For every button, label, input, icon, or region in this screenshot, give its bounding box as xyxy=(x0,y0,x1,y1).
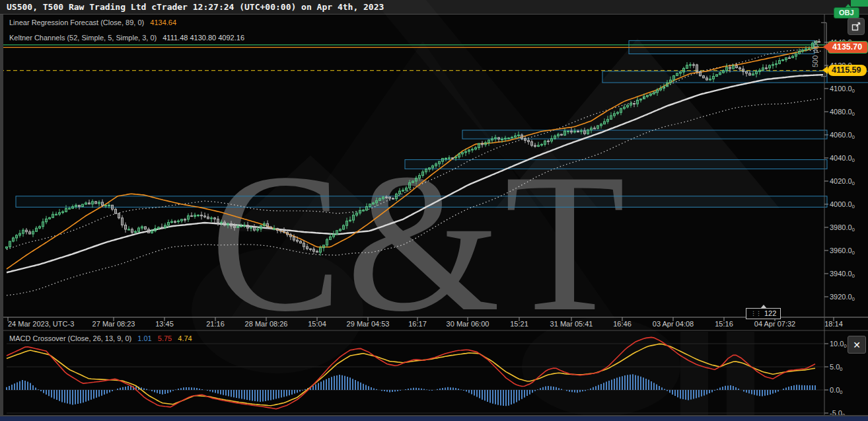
macd-label: MACD Crossover (Close, 26, 13, 9, 0) xyxy=(9,334,131,342)
axis-tick-label: 4100.00 xyxy=(830,85,855,95)
macd-line-value: 4.74 xyxy=(178,334,192,342)
pointer-up-icon xyxy=(760,305,767,309)
tag-arrow-icon xyxy=(822,66,828,74)
snapshot-button[interactable] xyxy=(848,18,865,35)
time-tick-label: 15:04 xyxy=(308,320,326,328)
axis-tick-label: 3920.00 xyxy=(830,293,855,303)
target-price-value: 4115.59 xyxy=(832,65,861,75)
macd-close-button[interactable]: ✕ xyxy=(848,336,866,354)
time-tick-label: 16:46 xyxy=(613,320,632,328)
time-tick-label: 28 Mar 08:26 xyxy=(245,320,288,328)
macd-signal-value: 5.75 xyxy=(158,334,172,342)
macd-histogram-value: 1.01 xyxy=(137,334,151,342)
indicator-header-keltner[interactable]: Keltner Channels (52, Simple, 5, Simple,… xyxy=(9,34,244,42)
indicator-header-lrf[interactable]: Linear Regression Forecast (Close, 89, 0… xyxy=(9,19,176,26)
axis-tick-label: 3960.00 xyxy=(830,247,855,257)
axis-tick-label: 4060.00 xyxy=(830,131,855,141)
ctrader-window: US500, T500 Raw Trading Ltd cTrader 12:2… xyxy=(0,0,868,421)
drag-handle-icon: ⋮⋮ xyxy=(750,309,761,319)
status-strip xyxy=(0,416,868,421)
keltner-values: 4111.48 4130.80 4092.16 xyxy=(163,34,244,42)
time-tick-label: 18:14 xyxy=(824,320,843,328)
keltner-label: Keltner Channels (52, Simple, 5, Simple,… xyxy=(9,34,157,42)
axis-tick-label: 4000.00 xyxy=(830,200,855,211)
lrf-label: Linear Regression Forecast (Close, 89, 0… xyxy=(9,19,144,26)
time-tick-label: 15:21 xyxy=(510,320,528,328)
objective-badge[interactable]: OBJ xyxy=(834,7,859,19)
zone-rectangle[interactable] xyxy=(405,160,827,169)
time-tick-label: 13:45 xyxy=(155,320,174,328)
indicator-header-macd[interactable]: MACD Crossover (Close, 26, 13, 9, 0) 1.0… xyxy=(9,334,192,342)
keltner-mid-line xyxy=(7,75,823,272)
time-tick-label: 30 Mar 06:00 xyxy=(447,320,489,328)
axis-tick-label: 3980.00 xyxy=(830,223,855,234)
axis-tick-label: 0.00 xyxy=(830,386,842,397)
close-icon: ✕ xyxy=(853,340,861,350)
pips-measure-label[interactable]: 500 pips xyxy=(811,29,819,78)
time-tick-label: 04 Apr 07:32 xyxy=(754,320,795,328)
bar-count-marker[interactable]: ⋮⋮ 122 xyxy=(746,308,781,319)
axis-tick-label: 4020.00 xyxy=(830,177,855,188)
zone-rectangle[interactable] xyxy=(16,196,827,208)
current-price-value: 4135.70 xyxy=(832,42,862,52)
current-price-tag: 4135.70 xyxy=(828,41,868,54)
axis-tick-label: 4040.00 xyxy=(830,154,855,165)
time-tick-label: 31 Mar 05:41 xyxy=(550,320,593,328)
zone-rectangle[interactable] xyxy=(462,130,827,139)
time-tick-label: 15:16 xyxy=(715,320,733,328)
axis-tick-label: 3940.00 xyxy=(830,270,855,280)
time-tick-label: 27 Mar 08:23 xyxy=(92,320,135,328)
time-tick-label: 16:17 xyxy=(408,320,427,328)
time-tick-label: 03 Apr 04:08 xyxy=(653,320,694,328)
target-price-tag: 4115.59 xyxy=(828,65,867,76)
window-edge xyxy=(0,15,3,416)
tag-arrow-icon xyxy=(823,43,828,51)
lrf-value: 4134.64 xyxy=(150,19,176,26)
time-tick-label: 24 Mar 2023, UTC-3 xyxy=(8,320,74,328)
axis-tick-label: 4080.00 xyxy=(830,108,855,118)
time-tick-label: 21:16 xyxy=(206,320,225,328)
axis-tick-label: 5.00 xyxy=(830,363,842,373)
open-in-window-icon xyxy=(851,22,861,31)
axis-tick-label: 10.00 xyxy=(830,340,847,350)
bar-count-value: 122 xyxy=(764,309,776,319)
chart-canvas[interactable] xyxy=(0,0,868,421)
time-tick-label: 29 Mar 04:53 xyxy=(347,320,390,328)
